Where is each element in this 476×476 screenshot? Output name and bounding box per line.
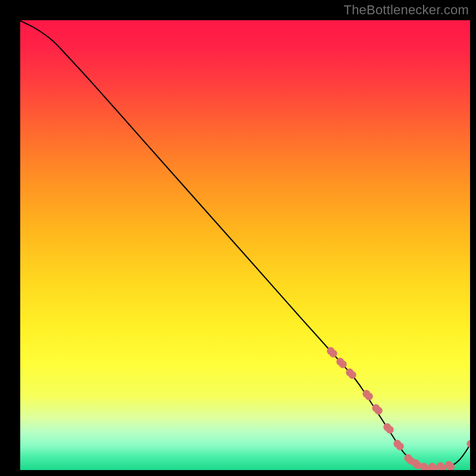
data-dot	[386, 426, 394, 434]
data-dot	[365, 393, 373, 400]
attribution-label: TheBottlenecker.com	[344, 2, 469, 18]
data-dot	[330, 350, 337, 358]
gradient-background	[20, 20, 470, 470]
data-dot	[467, 440, 475, 448]
data-dot	[447, 463, 455, 471]
data-dot	[339, 361, 347, 368]
chart-stage: TheBottlenecker.com	[0, 0, 476, 476]
data-dot	[349, 371, 356, 379]
chart-svg	[0, 0, 476, 476]
data-dot	[375, 407, 383, 415]
data-dot	[396, 443, 404, 450]
